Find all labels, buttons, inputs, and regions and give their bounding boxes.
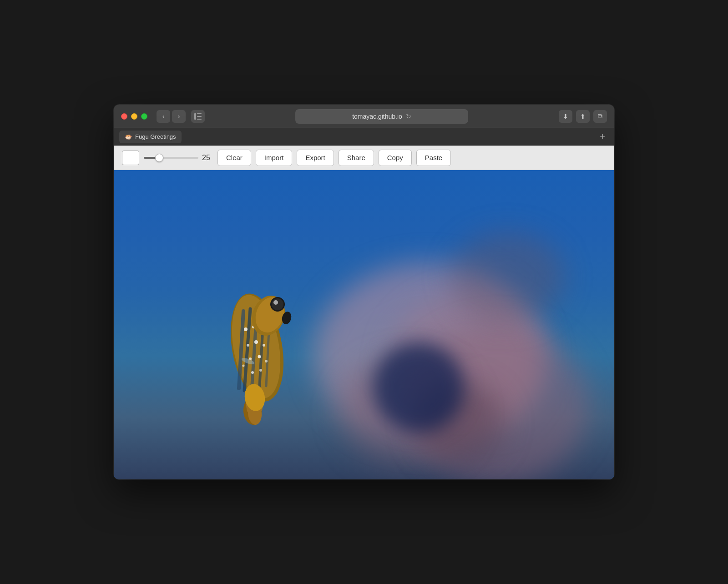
svg-rect-3: [197, 119, 202, 120]
copy-button[interactable]: Copy: [379, 150, 412, 166]
active-tab[interactable]: 🐡 Fugu Greetings: [119, 131, 182, 143]
svg-point-14: [247, 344, 249, 347]
svg-rect-2: [197, 116, 202, 117]
svg-point-22: [243, 365, 245, 367]
new-tab-button[interactable]: +: [596, 131, 609, 143]
minimize-button[interactable]: [131, 113, 137, 120]
share-button[interactable]: ⬆: [576, 110, 590, 123]
fish-illustration: [189, 257, 348, 461]
svg-point-19: [265, 360, 268, 362]
tab-overview-button[interactable]: ⧉: [593, 110, 607, 123]
svg-point-20: [251, 371, 254, 374]
address-bar-area: tomayac.github.io ↻: [210, 109, 553, 124]
address-bar[interactable]: tomayac.github.io ↻: [295, 109, 468, 124]
svg-rect-0: [194, 113, 196, 120]
brush-size-control: 25: [144, 154, 213, 162]
svg-rect-1: [197, 113, 202, 114]
tab-label: Fugu Greetings: [135, 133, 176, 140]
sidebar-toggle-button[interactable]: [191, 110, 205, 123]
browser-actions: ⬇ ⬆ ⧉: [559, 110, 607, 123]
reload-button[interactable]: ↻: [406, 113, 411, 120]
maximize-button[interactable]: [141, 113, 147, 120]
url-text: tomayac.github.io: [352, 113, 402, 120]
browser-window: ‹ › tomayac.github.io ↻ ⬇ ⬆ ⧉ 🐡: [114, 105, 614, 479]
color-swatch[interactable]: [122, 151, 139, 165]
tab-favicon: 🐡: [125, 133, 132, 141]
back-button[interactable]: ‹: [157, 110, 170, 123]
svg-point-26: [272, 298, 283, 310]
close-button[interactable]: [121, 113, 127, 120]
svg-point-27: [273, 300, 278, 305]
app-toolbar: 25 Clear Import Export Share Copy Paste: [114, 146, 614, 170]
share-action-button[interactable]: Share: [339, 150, 374, 166]
svg-point-16: [263, 344, 265, 347]
export-button[interactable]: Export: [297, 150, 334, 166]
drawing-canvas[interactable]: [114, 170, 614, 479]
svg-point-15: [254, 340, 258, 344]
download-button[interactable]: ⬇: [559, 110, 572, 123]
title-bar: ‹ › tomayac.github.io ↻ ⬇ ⬆ ⧉: [114, 105, 614, 128]
svg-point-18: [258, 355, 261, 358]
import-button[interactable]: Import: [256, 150, 293, 166]
tab-bar: 🐡 Fugu Greetings +: [114, 128, 614, 146]
svg-point-11: [244, 327, 248, 331]
paste-button[interactable]: Paste: [416, 150, 451, 166]
fish-scene: [114, 170, 614, 479]
svg-point-21: [259, 369, 262, 372]
clear-button[interactable]: Clear: [217, 150, 251, 166]
nav-buttons: ‹ ›: [157, 110, 186, 123]
brush-size-value: 25: [202, 154, 213, 162]
forward-button[interactable]: ›: [172, 110, 186, 123]
brush-size-slider[interactable]: [144, 157, 198, 159]
traffic-lights: [121, 113, 147, 120]
